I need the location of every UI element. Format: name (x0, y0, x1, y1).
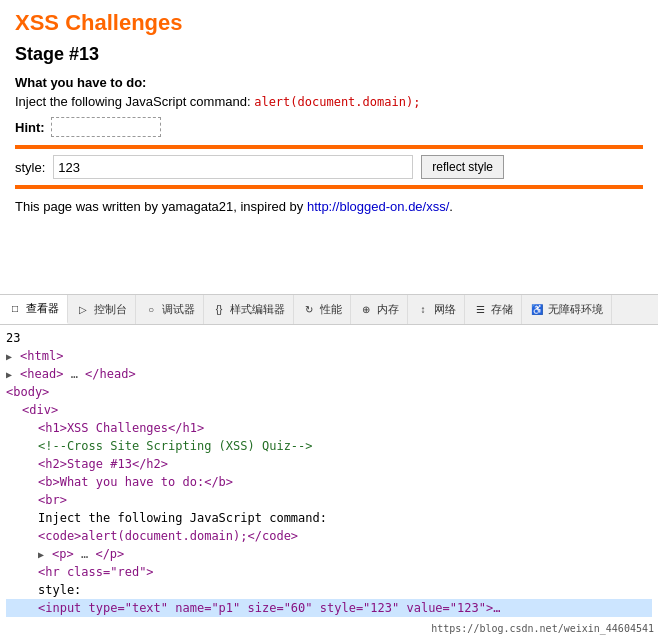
devtools-tab-network[interactable]: ↕网络 (408, 295, 465, 324)
devtools-tab-inspector[interactable]: □查看器 (0, 295, 68, 324)
dom-content-text: <body> (6, 385, 49, 399)
dom-content-text: <h1>XSS Challenges</h1> (38, 421, 204, 435)
inspector-icon: □ (8, 302, 22, 316)
performance-icon: ↻ (302, 303, 316, 317)
dom-line[interactable]: Inject the following JavaScript command: (6, 509, 652, 527)
devtools-content: 23▶ <html>▶ <head> … </head><body><div><… (0, 325, 658, 635)
style-form: style: reflect style (15, 155, 643, 179)
devtools-tab-label-storage: 存储 (491, 302, 513, 317)
devtools-tab-style-editor[interactable]: {}样式编辑器 (204, 295, 294, 324)
devtools-tab-performance[interactable]: ↻性能 (294, 295, 351, 324)
dom-content-text: 23 (6, 331, 20, 345)
devtools-tab-accessibility[interactable]: ♿无障碍环境 (522, 295, 612, 324)
dom-line[interactable]: <h1>XSS Challenges</h1> (6, 419, 652, 437)
watermark: https://blog.csdn.net/weixin_44604541 (427, 622, 658, 635)
dom-line[interactable]: ▶ <head> … </head> (6, 365, 652, 383)
dom-content-text: <hr class="red"> (38, 565, 154, 579)
devtools-tab-label-network: 网络 (434, 302, 456, 317)
dom-line[interactable]: 23 (6, 329, 652, 347)
dom-content-text: <p> … </p> (52, 547, 124, 561)
dom-line[interactable]: <div> (6, 401, 652, 419)
main-content: XSS Challenges Stage #13 What you have t… (0, 0, 658, 224)
dom-content-text: <code>alert(document.domain);</code> (38, 529, 298, 543)
style-editor-icon: {} (212, 303, 226, 317)
devtools-panel: □查看器▷控制台○调试器{}样式编辑器↻性能⊕内存↕网络☰存储♿无障碍环境 23… (0, 294, 658, 635)
toggle-arrow[interactable]: ▶ (6, 351, 18, 362)
dom-line[interactable]: <h2>Stage #13</h2> (6, 455, 652, 473)
style-label: style: (15, 160, 45, 175)
style-input[interactable] (53, 155, 413, 179)
dom-line[interactable]: <!--Cross Site Scripting (XSS) Quiz--> (6, 437, 652, 455)
devtools-tab-label-style-editor: 样式编辑器 (230, 302, 285, 317)
dom-line[interactable]: style: (6, 581, 652, 599)
toggle-arrow[interactable]: ▶ (6, 369, 18, 380)
dom-line[interactable]: <b>What you have to do:</b> (6, 473, 652, 491)
hint-input[interactable] (51, 117, 161, 137)
reflect-style-button[interactable]: reflect style (421, 155, 504, 179)
stage-title: Stage #13 (15, 44, 643, 65)
hint-section: Hint: (15, 117, 643, 137)
debugger-icon: ○ (144, 303, 158, 317)
page-title: XSS Challenges (15, 10, 643, 36)
dom-content-text: <html> (20, 349, 63, 363)
dom-content-text: <head> … </head> (20, 367, 136, 381)
dom-content-text: <b>What you have to do:</b> (38, 475, 233, 489)
instructions: What you have to do: Inject the followin… (15, 75, 643, 109)
hint-label: Hint: (15, 120, 45, 135)
orange-bar-top (15, 145, 643, 149)
dom-content-text: <div> (22, 403, 58, 417)
devtools-tab-label-performance: 性能 (320, 302, 342, 317)
dom-content-text: style: (38, 583, 81, 597)
dom-line[interactable]: <br> (6, 491, 652, 509)
dom-content-text: <h2>Stage #13</h2> (38, 457, 168, 471)
dom-line[interactable]: <code>alert(document.domain);</code> (6, 527, 652, 545)
dom-line[interactable]: <hr class="red"> (6, 563, 652, 581)
storage-icon: ☰ (473, 303, 487, 317)
dom-line[interactable]: ▶ <p> … </p> (6, 545, 652, 563)
instructions-text: Inject the following JavaScript command: (15, 94, 251, 109)
dom-content-text: <!--Cross Site Scripting (XSS) Quiz--> (38, 439, 313, 453)
instructions-label: What you have to do: (15, 75, 146, 90)
code-command: alert(document.domain); (254, 95, 420, 109)
accessibility-icon: ♿ (530, 303, 544, 317)
devtools-tab-label-memory: 内存 (377, 302, 399, 317)
footer-text-after: . (449, 199, 453, 214)
dom-line[interactable]: <body> (6, 383, 652, 401)
devtools-tab-label-console: 控制台 (94, 302, 127, 317)
footer-text: This page was written by yamagata21, ins… (15, 199, 643, 214)
memory-icon: ⊕ (359, 303, 373, 317)
devtools-tab-console[interactable]: ▷控制台 (68, 295, 136, 324)
dom-content-text: Inject the following JavaScript command: (38, 511, 327, 525)
toggle-arrow[interactable]: ▶ (38, 549, 50, 560)
console-icon: ▷ (76, 303, 90, 317)
dom-content-text: <input type="text" name="p1" size="60" s… (38, 601, 500, 615)
dom-content-text: <br> (38, 493, 67, 507)
devtools-tabs: □查看器▷控制台○调试器{}样式编辑器↻性能⊕内存↕网络☰存储♿无障碍环境 (0, 295, 658, 325)
devtools-tab-label-inspector: 查看器 (26, 301, 59, 316)
orange-bar-bottom (15, 185, 643, 189)
devtools-tab-memory[interactable]: ⊕内存 (351, 295, 408, 324)
dom-line[interactable]: ▶ <html> (6, 347, 652, 365)
footer-link[interactable]: http://blogged-on.de/xss/ (307, 199, 449, 214)
devtools-tab-storage[interactable]: ☰存储 (465, 295, 522, 324)
dom-line[interactable]: <input type="text" name="p1" size="60" s… (6, 599, 652, 617)
footer-text-before: This page was written by yamagata21, ins… (15, 199, 307, 214)
devtools-tab-debugger[interactable]: ○调试器 (136, 295, 204, 324)
devtools-tab-label-debugger: 调试器 (162, 302, 195, 317)
network-icon: ↕ (416, 303, 430, 317)
devtools-tab-label-accessibility: 无障碍环境 (548, 302, 603, 317)
